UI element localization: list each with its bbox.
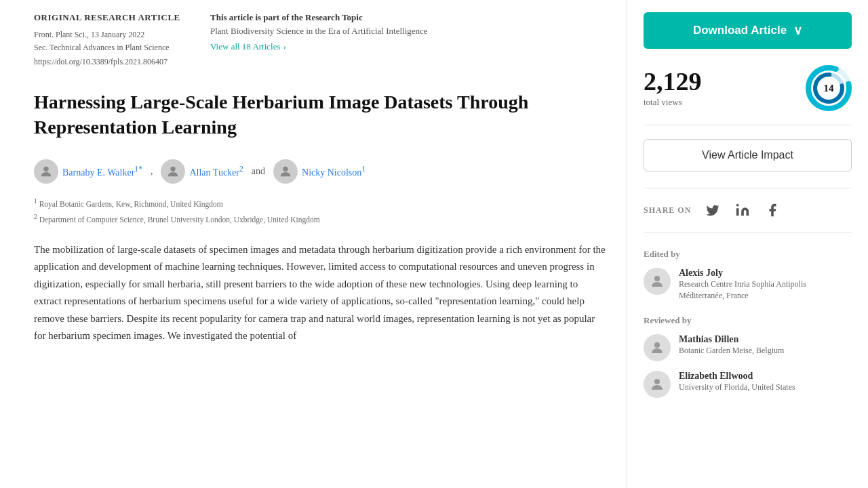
svg-point-9: [654, 342, 660, 348]
svg-point-7: [736, 204, 739, 207]
svg-point-1: [171, 167, 176, 171]
author-2: Allan Tucker2: [161, 159, 243, 184]
share-section: SHARE ON: [644, 201, 852, 232]
editor-1-avatar: [644, 268, 671, 295]
download-article-button[interactable]: Download Article ∨: [644, 12, 852, 49]
share-label: SHARE ON: [644, 205, 691, 216]
reviewer-1-row: Mathias Dillen Botanic Garden Meise, Bel…: [644, 334, 852, 361]
doi-link[interactable]: https://doi.org/10.3389/fpls.2021.806407: [34, 56, 183, 68]
svg-point-8: [654, 276, 660, 281]
impact-label: View Article Impact: [702, 149, 793, 161]
facebook-share-button[interactable]: [763, 201, 782, 220]
author-1: Barnaby E. Walker1*: [34, 159, 142, 184]
author-sep-1: ,: [151, 166, 153, 177]
edited-by-section: Edited by Alexis Joly Research Centre In…: [644, 249, 852, 302]
authors-row: Barnaby E. Walker1* , Allan Tucker2 and …: [34, 159, 606, 184]
journal-section: Sec. Technical Advances in Plant Science: [34, 41, 183, 54]
linkedin-share-button[interactable]: [733, 201, 752, 220]
total-views-count: 2,129: [644, 68, 702, 94]
total-views-label: total views: [644, 97, 702, 108]
reviewed-by-label: Reviewed by: [644, 315, 852, 326]
research-topic-label: This article is part of the Research Top…: [210, 12, 606, 23]
editor-1-affil: Research Centre Inria Sophia Antipolis M…: [679, 279, 852, 302]
author-1-name[interactable]: Barnaby E. Walker1*: [62, 165, 142, 178]
download-label: Download Article: [693, 24, 787, 37]
article-type: ORIGINAL RESEARCH article: [34, 12, 183, 23]
svg-point-2: [283, 167, 288, 171]
author-sep-2: and: [252, 166, 265, 177]
abstract-text: The mobilization of large-scale datasets…: [34, 241, 606, 345]
article-title: Harnessing Large-Scale Herbarium Image D…: [34, 89, 606, 141]
reviewer-2-name: Elizabeth Ellwood: [679, 371, 852, 382]
reviewer-2-row: Elizabeth Ellwood University of Florida,…: [644, 371, 852, 398]
edited-by-label: Edited by: [644, 249, 852, 260]
svg-point-10: [654, 379, 660, 384]
author-3-avatar: [273, 159, 298, 184]
editor-1-name: Alexis Joly: [679, 268, 852, 279]
research-topic-name: Plant Biodiversity Science in the Era of…: [210, 26, 606, 37]
author-2-avatar: [161, 159, 185, 184]
affiliations: 1 Royal Botanic Gardens, Kew, Richmond, …: [34, 196, 606, 226]
stats-section: 2,129 total views 14: [644, 65, 852, 125]
author-3-name[interactable]: Nicky Nicolson1: [302, 165, 366, 178]
reviewer-1-affil: Botanic Garden Meise, Belgium: [679, 345, 852, 357]
svg-point-0: [43, 167, 48, 171]
reviewer-2-avatar: [644, 371, 671, 398]
view-all-articles-link[interactable]: View all 18 Articles ›: [210, 41, 286, 52]
twitter-share-button[interactable]: [703, 201, 722, 220]
reviewed-by-section: Reviewed by Mathias Dillen Botanic Garde…: [644, 315, 852, 398]
chevron-down-icon: ∨: [793, 23, 802, 38]
reviewer-1-name: Mathias Dillen: [679, 334, 852, 345]
view-article-impact-button[interactable]: View Article Impact: [644, 139, 852, 171]
author-1-avatar: [34, 159, 58, 184]
citation-badge[interactable]: 14: [806, 65, 852, 111]
citation-count: 14: [824, 83, 834, 94]
author-3: Nicky Nicolson1: [273, 159, 366, 184]
divider-1: [644, 188, 852, 188]
editor-1-row: Alexis Joly Research Centre Inria Sophia…: [644, 268, 852, 302]
journal-date: Front. Plant Sci., 13 January 2022: [34, 28, 183, 41]
author-2-name[interactable]: Allan Tucker2: [189, 165, 243, 178]
reviewer-2-affil: University of Florida, United States: [679, 382, 852, 393]
reviewer-1-avatar: [644, 334, 671, 361]
